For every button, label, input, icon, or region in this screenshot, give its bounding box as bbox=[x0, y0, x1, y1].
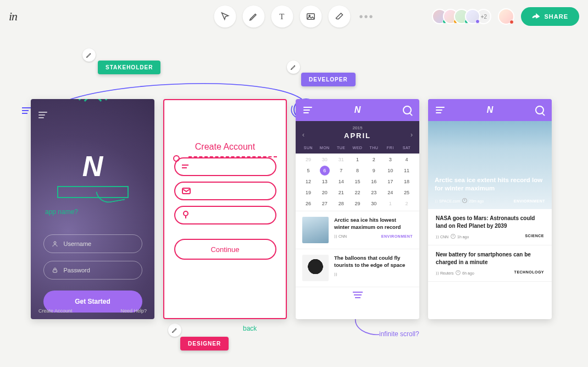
calendar-day[interactable]: 26 bbox=[300, 201, 317, 206]
calendar-day[interactable]: 30 bbox=[365, 201, 382, 206]
sketch-name-field[interactable] bbox=[174, 157, 276, 176]
calendar-day[interactable]: 16 bbox=[365, 179, 382, 184]
eraser-tool[interactable] bbox=[328, 6, 350, 28]
calendar-day[interactable]: 11 bbox=[398, 168, 415, 173]
calendar-day[interactable]: 29 bbox=[350, 201, 366, 206]
stakeholder-pill[interactable]: STAKEHOLDER bbox=[98, 61, 160, 74]
news-item[interactable]: Arctic sea ice hits lowest winter maximu… bbox=[296, 211, 419, 249]
calendar-day[interactable]: 19 bbox=[300, 190, 317, 195]
artboard-login[interactable]: N app name? Username Password Get Starte… bbox=[31, 99, 154, 319]
artboard-calendar-feed[interactable]: N ‹ 2015 APRIL › SUNMONTUEWEDTHUFRISAT 2… bbox=[296, 99, 419, 319]
calendar-day[interactable]: 24 bbox=[382, 190, 398, 195]
load-more-icon[interactable] bbox=[296, 287, 419, 303]
news-item[interactable]: New battery for smartphones can be charg… bbox=[428, 245, 552, 282]
calendar-day[interactable]: 23 bbox=[365, 190, 382, 195]
comment-marker[interactable] bbox=[82, 48, 96, 62]
calendar-day[interactable]: 30 bbox=[317, 157, 333, 162]
hero-article[interactable]: N Arctic sea ice extent hits record low … bbox=[428, 99, 552, 209]
calendar-day[interactable]: 2 bbox=[365, 157, 382, 162]
artboard-news-feed[interactable]: N Arctic sea ice extent hits record low … bbox=[428, 99, 552, 319]
svg-text:T: T bbox=[279, 12, 284, 21]
annotation-text: infinite scroll? bbox=[379, 330, 419, 338]
calendar-day[interactable]: 25 bbox=[398, 190, 415, 195]
calendar-day[interactable]: 18 bbox=[398, 179, 415, 184]
calendar-day[interactable]: 22 bbox=[350, 190, 366, 195]
image-icon bbox=[306, 12, 315, 21]
hamburger-icon[interactable] bbox=[303, 105, 312, 115]
image-tool[interactable] bbox=[299, 6, 321, 28]
annotation-sketch-icon bbox=[22, 106, 31, 116]
search-icon[interactable] bbox=[403, 106, 412, 114]
calendar-day[interactable]: 20 bbox=[317, 190, 333, 195]
calendar-day[interactable]: 6 bbox=[320, 166, 330, 176]
search-icon[interactable] bbox=[535, 106, 544, 114]
calendar-day[interactable]: 27 bbox=[317, 201, 333, 206]
username-field[interactable]: Username bbox=[43, 234, 142, 253]
continue-button[interactable]: Continue bbox=[174, 239, 276, 260]
prev-month-button[interactable]: ‹ bbox=[302, 131, 304, 139]
right-controls: +2 SHARE bbox=[432, 7, 579, 26]
news-title: New battery for smartphones can be charg… bbox=[436, 251, 544, 266]
developer-pill[interactable]: DEVELOPER bbox=[301, 73, 356, 86]
news-title: NASA goes to Mars: Astronauts could land… bbox=[436, 215, 544, 229]
calendar-day[interactable]: 5 bbox=[300, 168, 317, 173]
calendar-day[interactable]: 10 bbox=[382, 168, 398, 173]
comment-marker[interactable] bbox=[168, 324, 181, 337]
sketch-email-field[interactable] bbox=[174, 182, 276, 200]
calendar-day[interactable]: 4 bbox=[398, 157, 415, 162]
calendar-day[interactable]: 12 bbox=[300, 179, 317, 184]
app-logo[interactable]: in bbox=[9, 9, 17, 24]
hamburger-icon[interactable] bbox=[436, 105, 445, 115]
calendar-header: ‹ 2015 APRIL › bbox=[296, 121, 419, 144]
calendar-day[interactable]: 13 bbox=[317, 179, 333, 184]
calendar-day[interactable]: 29 bbox=[300, 157, 317, 162]
top-toolbar: in T ••• +2 SHARE bbox=[0, 0, 588, 33]
brand-logo: N bbox=[487, 105, 493, 115]
create-account-link[interactable]: Create Account bbox=[38, 308, 73, 314]
day-name: THU bbox=[365, 146, 382, 150]
calendar-day[interactable]: 15 bbox=[350, 179, 366, 184]
calendar-grid[interactable]: 2930311234567891011121314151617181920212… bbox=[296, 154, 419, 211]
calendar-day[interactable]: 31 bbox=[333, 157, 350, 162]
tool-group: T ••• bbox=[214, 6, 374, 28]
calendar-day[interactable]: 28 bbox=[333, 201, 350, 206]
text-tool[interactable]: T bbox=[271, 6, 293, 28]
calendar-day[interactable]: 14 bbox=[333, 179, 350, 184]
brand-logo: N bbox=[82, 150, 103, 183]
pencil-tool[interactable] bbox=[242, 6, 264, 28]
calendar-day[interactable]: 21 bbox=[333, 190, 350, 195]
avatar[interactable] bbox=[465, 9, 480, 24]
password-field[interactable]: Password bbox=[43, 261, 142, 280]
more-tools[interactable]: ••• bbox=[359, 10, 374, 23]
field-label: Password bbox=[64, 267, 90, 273]
pointer-tool[interactable] bbox=[214, 6, 236, 28]
calendar-day[interactable]: 2 bbox=[398, 201, 415, 206]
day-name: MON bbox=[317, 146, 333, 150]
news-item[interactable]: NASA goes to Mars: Astronauts could land… bbox=[428, 209, 552, 245]
calendar-day[interactable]: 1 bbox=[382, 201, 398, 206]
comment-marker[interactable] bbox=[287, 61, 300, 74]
next-month-button[interactable]: › bbox=[411, 131, 413, 139]
svg-point-9 bbox=[184, 211, 188, 216]
news-title: The balloons that could fly tourists to … bbox=[334, 255, 413, 269]
need-help-link[interactable]: Need Help? bbox=[120, 308, 147, 314]
calendar-day[interactable]: 3 bbox=[382, 157, 398, 162]
designer-pill[interactable]: DESIGNER bbox=[180, 337, 229, 350]
calendar-day[interactable]: 7 bbox=[333, 168, 350, 173]
hero-tag: ENVIORNMENT bbox=[514, 199, 545, 203]
lock-icon bbox=[182, 211, 190, 220]
sketch-password-field[interactable] bbox=[174, 206, 276, 224]
current-user-avatar[interactable] bbox=[498, 8, 514, 25]
artboard-signup-sketch[interactable]: Create Account Continue bbox=[163, 99, 287, 319]
share-button[interactable]: SHARE bbox=[521, 7, 579, 26]
news-source: ⟩⟩ bbox=[334, 272, 337, 277]
svg-rect-5 bbox=[174, 156, 179, 161]
calendar-day[interactable]: 1 bbox=[350, 157, 366, 162]
day-name: TUE bbox=[333, 146, 350, 150]
calendar-day-names: SUNMONTUEWEDTHUFRISAT bbox=[296, 144, 419, 154]
news-item[interactable]: The balloons that could fly tourists to … bbox=[296, 249, 419, 287]
calendar-day[interactable]: 17 bbox=[382, 179, 398, 184]
calendar-day[interactable]: 8 bbox=[350, 168, 366, 173]
calendar-day[interactable]: 9 bbox=[365, 168, 382, 173]
canvas[interactable]: STAKEHOLDER DEVELOPER DESIGNER infinite … bbox=[0, 44, 588, 367]
